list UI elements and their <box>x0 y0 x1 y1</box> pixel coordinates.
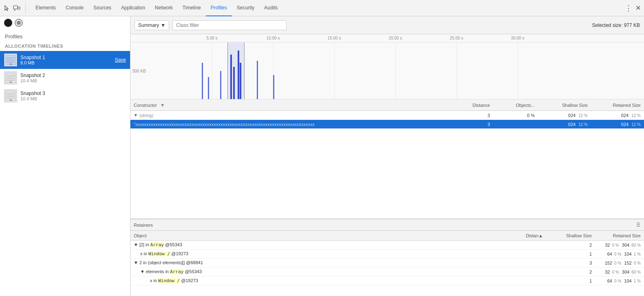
ret-col-retained-header: Retained Size <box>595 233 644 238</box>
grid-line-4 <box>395 42 396 99</box>
snapshot-1-icon: % <box>4 53 17 66</box>
cell-distance-2: 3 <box>457 122 493 127</box>
expand-icon: ▼ <box>134 113 138 117</box>
ret-cell-object-4: x in Window / @19273 <box>130 278 567 283</box>
snapshot-2-size: 10.4 MB <box>20 78 126 83</box>
cell-constructor-string: ▼ (string) <box>130 113 457 118</box>
snapshot-1-name: Snapshot 1 <box>20 55 112 60</box>
selected-size-label: Selected size: 977 KB <box>592 22 640 28</box>
cell-constructor-selected: "xxxxxxxxxxxxxxxxxxxxxxxxxxxxxxxxxxxxxxx… <box>130 122 457 127</box>
ret-cell-shallow-2: 152 0 % 152 0 % <box>595 261 644 265</box>
toolbar-icons <box>3 4 20 12</box>
more-options-button[interactable]: ⋮ <box>625 4 632 13</box>
class-filter-input[interactable] <box>172 20 287 30</box>
col-header-constructor: Constructor ▼ <box>130 102 457 108</box>
shallow-pct-1: 12 % <box>578 113 588 118</box>
stop-button[interactable] <box>15 19 23 27</box>
selection-box[interactable] <box>227 42 245 99</box>
constructor-table-header: Constructor ▼ Distance Objects... Shallo… <box>130 99 644 111</box>
cell-shallow-1: 024 12 % <box>538 113 591 118</box>
ret-cell-dist-2: 3 <box>567 261 595 265</box>
record-button[interactable] <box>4 19 12 27</box>
retainers-header: Retainers <box>130 219 644 231</box>
bar-2 <box>208 77 209 99</box>
snapshot-2-icon: % <box>4 71 17 84</box>
retainers-section: Retainers Object Distan▲ Shallow Size Re… <box>130 219 644 296</box>
snapshot-1-item[interactable]: % Snapshot 1 8.0 MB Save <box>0 51 130 69</box>
bar-1 <box>202 63 203 99</box>
grid-line-5 <box>457 42 457 99</box>
ret-col-dist-header: Distan▲ <box>518 233 546 238</box>
retainers-body: ▼ [2] in Array @55343 2 32 0 % 304 60 % … <box>130 241 644 296</box>
tab-audits[interactable]: Audits <box>259 0 282 16</box>
snapshot-3-size: 10.4 MB <box>20 96 126 101</box>
snapshot-3-name: Snapshot 3 <box>20 91 126 96</box>
filter-icon[interactable]: ▼ <box>160 102 165 108</box>
svg-text:%: % <box>9 63 12 66</box>
ret-cell-shallow-1: 64 0 % 104 1 % <box>595 252 644 256</box>
right-panel: Summary ▼ Selected size: 977 KB 5.00 s 1… <box>130 16 644 296</box>
ret-cell-object-0: ▼ [2] in Array @55343 <box>130 242 567 247</box>
ret-row[interactable]: x in Window / @19273 1 64 0 % 104 1 % <box>130 250 644 258</box>
cell-retained-2: 024 12 % <box>591 122 644 127</box>
tick-30s: 30.00 s <box>511 36 525 40</box>
sidebar-controls <box>0 16 130 29</box>
tick-25s: 25.00 s <box>450 36 463 40</box>
ret-col-object-header: Object <box>130 233 518 238</box>
retained-pct-1: 12 % <box>631 113 641 118</box>
summary-label: Summary <box>138 22 159 28</box>
snapshot-1-save[interactable]: Save <box>115 57 126 63</box>
timeline-area: 5.00 s 10.00 s 15.00 s 20.00 s 25.00 s 3… <box>130 34 644 99</box>
tab-timeline[interactable]: Timeline <box>178 0 206 16</box>
retained-pct-2: 12 % <box>631 122 641 127</box>
tab-profiles[interactable]: Profiles <box>206 0 232 16</box>
shallow-pct-2: 12 % <box>578 122 588 127</box>
close-button[interactable]: ✕ <box>635 4 641 12</box>
retainers-scroll-icon <box>636 222 641 228</box>
tab-network[interactable]: Network <box>150 0 178 16</box>
table-row[interactable]: ▼ (string) 3 0 % 024 12 % 024 12 % <box>130 111 644 120</box>
snapshot-2-item[interactable]: % Snapshot 2 10.4 MB <box>0 69 130 87</box>
tab-security[interactable]: Security <box>232 0 259 16</box>
tab-elements[interactable]: Elements <box>31 0 61 16</box>
timeline-chart: 500 KB <box>130 42 644 99</box>
ret-row[interactable]: x in Window / @19273 1 64 0 % 104 1 % <box>130 276 644 285</box>
bar-9 <box>273 75 274 99</box>
ret-cell-shallow-0: 32 0 % 304 60 % <box>595 243 644 247</box>
sidebar: Profiles ALLOCATION TIMELINES % Snapshot… <box>0 16 130 296</box>
device-icon[interactable] <box>13 4 20 12</box>
snapshot-1-info: Snapshot 1 8.0 MB <box>20 55 112 65</box>
ret-cell-dist-0: 2 <box>567 243 595 247</box>
sidebar-header: Profiles <box>0 29 130 41</box>
tab-application[interactable]: Application <box>116 0 150 16</box>
ret-row[interactable]: ▼ [2] in Array @55343 2 32 0 % 304 60 % <box>130 241 644 250</box>
tab-sources[interactable]: Sources <box>88 0 116 16</box>
cursor-icon[interactable] <box>3 4 11 12</box>
table-row-selected[interactable]: "xxxxxxxxxxxxxxxxxxxxxxxxxxxxxxxxxxxxxxx… <box>130 120 644 129</box>
chart-area[interactable] <box>159 42 644 99</box>
col-header-retained: Retained Size <box>591 103 644 108</box>
tick-15s: 15.00 s <box>328 36 341 40</box>
constructor-table-section: Constructor ▼ Distance Objects... Shallo… <box>130 99 644 219</box>
tick-10s: 10.00 s <box>267 36 280 40</box>
svg-rect-0 <box>13 6 18 9</box>
ret-cell-dist-3: 2 <box>567 269 595 274</box>
ret-row[interactable]: ▼ 2 in (object elements)[] @68841 3 152 … <box>130 258 644 267</box>
tick-5s: 5.00 s <box>206 36 217 40</box>
snapshot-2-info: Snapshot 2 10.4 MB <box>20 73 126 83</box>
tab-console[interactable]: Console <box>61 0 88 16</box>
ret-row[interactable]: ▼ elements in Array @55343 2 32 0 % 304 … <box>130 267 644 276</box>
tick-20s: 20.00 s <box>389 36 402 40</box>
grid-line-6 <box>518 42 518 99</box>
ret-cell-shallow-3: 32 0 % 304 60 % <box>595 269 644 274</box>
summary-dropdown[interactable]: Summary ▼ <box>135 20 169 30</box>
profile-toolbar: Summary ▼ Selected size: 977 KB <box>130 16 644 34</box>
col-header-shallow: Shallow Size <box>538 103 591 108</box>
snapshot-3-item[interactable]: % Snapshot 3 10.4 MB <box>0 87 130 105</box>
cell-retained-1: 024 12 % <box>591 113 644 118</box>
ret-cell-object-3: ▼ elements in Array @55343 <box>130 269 567 274</box>
toolbar-right: ⋮ ✕ <box>625 4 641 13</box>
cell-distance-1: 3 <box>457 113 493 118</box>
y-axis-label: 500 KB <box>132 69 146 73</box>
allocation-timelines-label: ALLOCATION TIMELINES <box>0 41 130 51</box>
